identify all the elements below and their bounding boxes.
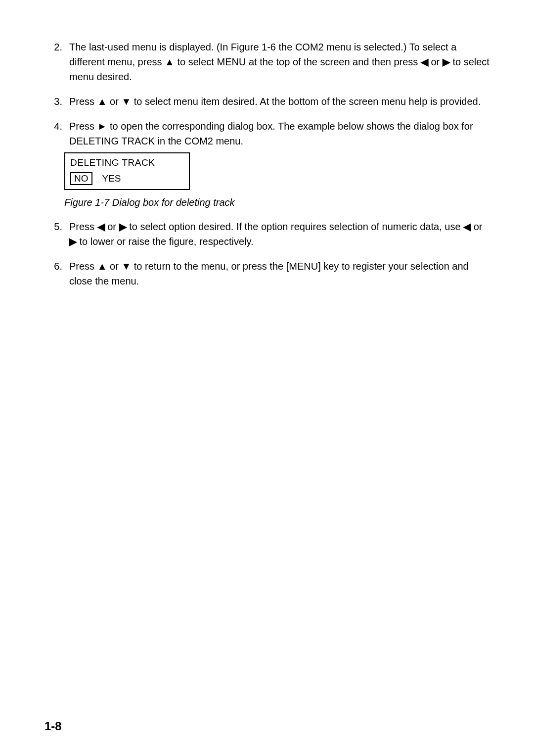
page: 2. The last-used menu is displayed. (In …: [0, 0, 534, 756]
list-item-4: 4. Press ► to open the corresponding dia…: [44, 119, 490, 148]
list-text: Press ◀ or ▶ to select option desired. I…: [69, 219, 490, 249]
left-arrow-icon: ◀: [463, 219, 471, 234]
left-arrow-icon: ◀: [97, 219, 105, 234]
text: or: [107, 221, 119, 232]
text: or: [110, 96, 121, 107]
text: to select menu item desired. At the bott…: [134, 96, 481, 107]
text: to select MENU at the top of the screen …: [177, 56, 421, 67]
text: to select option desired. If the option …: [129, 221, 463, 232]
up-arrow-icon: ▲: [165, 54, 175, 69]
dialog-option-yes[interactable]: YES: [100, 173, 123, 184]
right-arrow-icon: ►: [97, 119, 107, 134]
dialog-options: NO YES: [70, 172, 184, 185]
text: or: [474, 221, 483, 232]
list-item-6: 6. Press ▲ or ▼ to return to the menu, o…: [44, 259, 490, 288]
list-item-2: 2. The last-used menu is displayed. (In …: [44, 40, 490, 84]
list-text: Press ▲ or ▼ to return to the menu, or p…: [69, 259, 490, 288]
list-number: 6.: [44, 259, 69, 288]
list-text: Press ► to open the corresponding dialog…: [69, 119, 490, 148]
down-arrow-icon: ▼: [121, 259, 131, 274]
up-arrow-icon: ▲: [97, 259, 107, 274]
list-number: 2.: [44, 40, 69, 84]
list-number: 4.: [44, 119, 69, 148]
text: Press: [69, 96, 97, 107]
list-item-3: 3. Press ▲ or ▼ to select menu item desi…: [44, 94, 490, 109]
text: Press: [69, 121, 97, 132]
text: Press: [69, 221, 97, 232]
list-text: Press ▲ or ▼ to select menu item desired…: [69, 94, 490, 109]
text: or: [110, 261, 121, 272]
text: or: [431, 56, 443, 67]
right-arrow-icon: ▶: [443, 54, 450, 69]
text: to open the corresponding dialog box. Th…: [69, 121, 473, 146]
figure-caption: Figure 1-7 Dialog box for deleting track: [64, 197, 490, 208]
left-arrow-icon: ◀: [421, 54, 428, 69]
down-arrow-icon: ▼: [121, 94, 131, 109]
page-number: 1-8: [44, 719, 62, 733]
list-text: The last-used menu is displayed. (In Fig…: [69, 40, 490, 84]
right-arrow-icon: ▶: [69, 234, 77, 249]
dialog-box: DELETING TRACK NO YES: [64, 152, 190, 190]
list-number: 3.: [44, 94, 69, 109]
text: Press: [69, 261, 97, 272]
list-item-5: 5. Press ◀ or ▶ to select option desired…: [44, 219, 490, 249]
right-arrow-icon: ▶: [119, 219, 127, 234]
list-number: 5.: [44, 219, 69, 249]
dialog-option-no[interactable]: NO: [70, 172, 92, 185]
up-arrow-icon: ▲: [97, 94, 107, 109]
text: to lower or raise the figure, respective…: [80, 236, 254, 247]
dialog-title: DELETING TRACK: [70, 157, 184, 168]
